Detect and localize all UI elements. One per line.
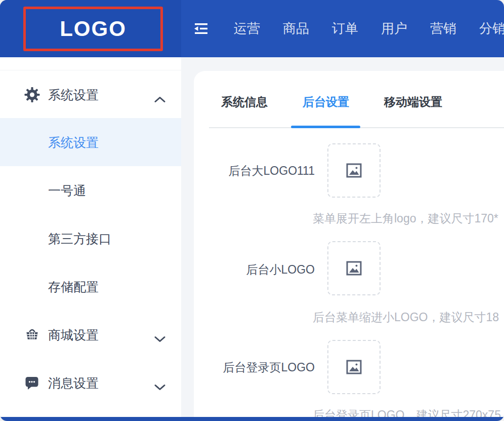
- topnav-item-orders[interactable]: 订单: [332, 20, 358, 37]
- form-label-login-page-logo: 后台登录页LOGO: [194, 360, 315, 374]
- image-placeholder-icon: [346, 162, 362, 179]
- chevron-down-icon: [154, 379, 165, 387]
- form-hint-backend-small-logo: 后台菜单缩进小LOGO，建议尺寸18: [313, 310, 499, 325]
- tab-system-info[interactable]: 系统信息: [221, 94, 268, 110]
- chevron-down-icon: [154, 331, 165, 338]
- menu-fold-icon: [193, 22, 208, 35]
- sidebar-item-label: 存储配置: [48, 278, 99, 295]
- sidebar-group-label: 消息设置: [48, 374, 99, 391]
- topnav-item-users[interactable]: 用户: [381, 20, 407, 37]
- logo-text: LOGO: [60, 17, 127, 41]
- sidebar-group-system-settings[interactable]: 系统设置: [0, 70, 181, 119]
- chevron-up-icon: [154, 91, 165, 98]
- sidebar-item-system-settings[interactable]: 系统设置: [0, 118, 181, 166]
- top-nav: 运营 商品 订单 用户 营销 分销: [234, 0, 504, 57]
- topbar: LOGO 运营 商品 订单 用户 营销 分销: [0, 0, 504, 57]
- topnav-item-marketing[interactable]: 营销: [430, 20, 456, 37]
- sidebar-group-label: 商城设置: [48, 326, 99, 343]
- sidebar-item-label: 一号通: [48, 182, 86, 199]
- upload-box-backend-large-logo[interactable]: [327, 143, 381, 198]
- sidebar: 系统设置 系统设置 一号通 第三方接口 存储配置: [0, 57, 181, 417]
- sidebar-item-third-party-api[interactable]: 第三方接口: [0, 214, 181, 262]
- image-placeholder-icon: [346, 359, 362, 375]
- topnav-item-products[interactable]: 商品: [283, 20, 309, 37]
- sidebar-item-yihaotong[interactable]: 一号通: [0, 166, 181, 214]
- bottom-edge-strip: [0, 417, 504, 421]
- basket-icon: [24, 327, 40, 342]
- topnav-item-operations[interactable]: 运营: [234, 20, 260, 37]
- sidebar-group-mall-settings[interactable]: 商城设置: [0, 311, 181, 359]
- upload-box-login-page-logo[interactable]: [327, 340, 381, 394]
- logo-area: LOGO: [0, 0, 181, 57]
- annotation-highlight-box: LOGO: [23, 7, 163, 51]
- tab-bar: 系统信息 后台设置 移动端设置: [221, 94, 442, 110]
- sidebar-group-message-settings[interactable]: 消息设置: [0, 359, 181, 407]
- active-tab-indicator: [291, 126, 360, 128]
- form-label-backend-small-logo: 后台小LOGO: [194, 262, 315, 277]
- form-label-backend-large-logo: 后台大LOGO111: [194, 164, 315, 178]
- tab-mobile-settings[interactable]: 移动端设置: [384, 94, 442, 110]
- sidebar-group-label: 系统设置: [48, 86, 99, 103]
- sidebar-item-label: 系统设置: [48, 134, 99, 150]
- upload-box-backend-small-logo[interactable]: [327, 241, 381, 295]
- settings-panel: 系统信息 后台设置 移动端设置 后台大LOGO111 菜单展开左上角logo，建…: [194, 71, 504, 417]
- admin-window: LOGO 运营 商品 订单 用户 营销 分销: [0, 0, 504, 421]
- gear-icon: [24, 87, 40, 102]
- message-icon: [24, 375, 40, 391]
- sidebar-item-label: 第三方接口: [48, 230, 111, 247]
- tab-backend-settings[interactable]: 后台设置: [303, 94, 349, 110]
- topnav-item-distribution[interactable]: 分销: [479, 20, 504, 37]
- sidebar-item-storage-config[interactable]: 存储配置: [0, 262, 181, 311]
- form-hint-backend-large-logo: 菜单展开左上角logo，建议尺寸170*: [313, 211, 498, 226]
- menu-collapse-button[interactable]: [193, 22, 208, 35]
- image-placeholder-icon: [346, 260, 362, 277]
